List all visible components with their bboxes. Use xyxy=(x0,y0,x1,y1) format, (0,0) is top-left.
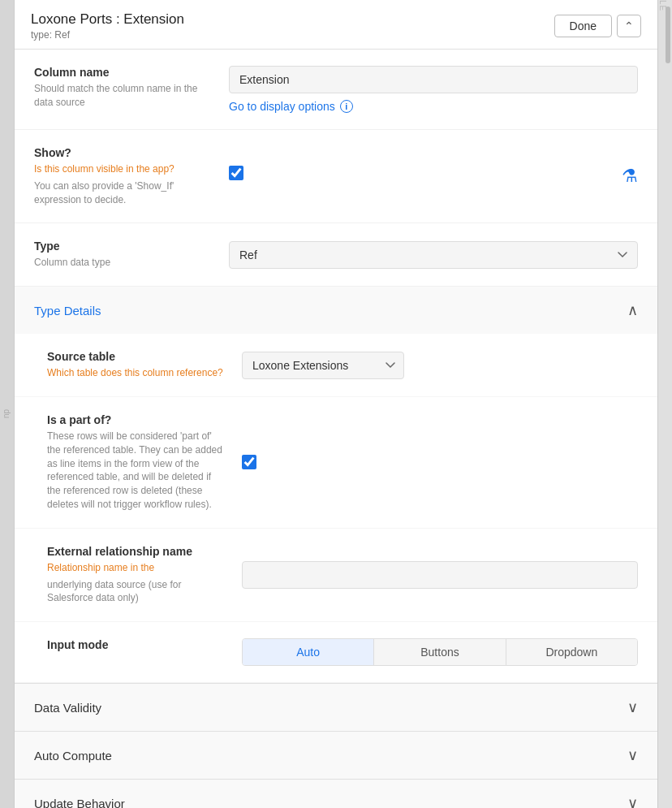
right-panel: LE xyxy=(657,0,672,808)
show-checkbox-container xyxy=(229,166,243,180)
show-desc-orange: Is this column visible in the app? xyxy=(34,162,213,176)
type-control: Ref Text Number Date Boolean xyxy=(229,240,638,270)
type-desc: Column data type xyxy=(34,256,213,270)
column-name-desc: Should match the column name in the data… xyxy=(34,82,213,110)
column-name-row: Column name Should match the column name… xyxy=(15,50,657,130)
column-name-control: Go to display options i xyxy=(229,66,638,113)
left-panel: du xyxy=(0,0,15,808)
show-label: Show? Is this column visible in the app?… xyxy=(34,146,213,206)
auto-compute-section: Auto Compute ∨ xyxy=(15,732,657,780)
info-icon[interactable]: i xyxy=(340,100,353,113)
is-part-of-desc: These rows will be considered 'part of' … xyxy=(47,430,226,512)
scrollbar-thumb[interactable] xyxy=(666,6,670,63)
is-part-of-row: Is a part of? These rows will be conside… xyxy=(15,397,657,529)
show-control: ⚗ xyxy=(229,146,638,206)
type-details-body: Source table Which table does this colum… xyxy=(15,334,657,683)
header-right: Done ⌃ xyxy=(554,15,641,37)
is-part-of-checkbox[interactable] xyxy=(242,455,256,469)
column-name-label: Column name Should match the column name… xyxy=(34,66,213,113)
ext-rel-name-control xyxy=(242,545,638,605)
header-left: Loxone Ports : Extension type: Ref xyxy=(31,11,184,41)
go-to-display-link[interactable]: Go to display options xyxy=(229,100,335,113)
expand-button[interactable]: ⌃ xyxy=(617,15,641,37)
show-title: Show? xyxy=(34,146,213,159)
input-mode-buttons[interactable]: Buttons xyxy=(374,639,506,665)
data-validity-title: Data Validity xyxy=(34,701,101,715)
ext-rel-name-row: External relationship name Relationship … xyxy=(15,529,657,622)
input-mode-auto[interactable]: Auto xyxy=(243,639,374,665)
show-checkbox[interactable] xyxy=(229,166,243,180)
modal-header: Loxone Ports : Extension type: Ref Done … xyxy=(15,0,657,50)
ext-rel-name-desc2: underlying data source (use for Salesfor… xyxy=(47,578,226,606)
type-details-title: Type Details xyxy=(34,304,101,318)
flask-icon: ⚗ xyxy=(622,166,638,187)
auto-compute-collapse-icon: ∨ xyxy=(627,746,638,764)
update-behavior-collapse-icon: ∨ xyxy=(627,794,638,808)
is-part-of-control xyxy=(242,413,638,512)
modal-subtitle: type: Ref xyxy=(31,29,184,41)
show-desc: You can also provide a 'Show_If' express… xyxy=(34,179,213,207)
data-validity-collapse-icon: ∨ xyxy=(627,698,638,716)
update-behavior-header[interactable]: Update Behavior ∨ xyxy=(15,780,657,808)
data-validity-section: Data Validity ∨ xyxy=(15,684,657,732)
go-to-display-link-row: Go to display options i xyxy=(229,100,638,113)
column-name-input[interactable] xyxy=(229,66,638,93)
update-behavior-title: Update Behavior xyxy=(34,797,125,808)
done-button[interactable]: Done xyxy=(554,15,612,37)
input-mode-group: Auto Buttons Dropdown xyxy=(242,638,638,666)
input-mode-dropdown[interactable]: Dropdown xyxy=(506,639,637,665)
is-part-of-title: Is a part of? xyxy=(47,413,226,426)
show-checkbox-row: ⚗ xyxy=(229,166,638,187)
input-mode-control: Auto Buttons Dropdown xyxy=(242,638,638,666)
type-details-section: Type Details ∧ Source table Which table … xyxy=(15,287,657,684)
type-select[interactable]: Ref Text Number Date Boolean xyxy=(229,241,638,269)
source-table-title: Source table xyxy=(47,350,226,363)
column-name-title: Column name xyxy=(34,66,213,79)
input-mode-title: Input mode xyxy=(47,638,226,651)
modal-title: Loxone Ports : Extension xyxy=(31,11,184,28)
ext-rel-name-label: External relationship name Relationship … xyxy=(47,545,226,605)
input-mode-row: Input mode Auto Buttons Dropdown xyxy=(15,622,657,683)
auto-compute-header[interactable]: Auto Compute ∨ xyxy=(15,732,657,779)
source-table-label: Source table Which table does this colum… xyxy=(47,350,226,380)
ext-rel-name-desc-orange: Relationship name in the xyxy=(47,561,226,575)
type-title: Type xyxy=(34,240,213,253)
left-label: du xyxy=(2,409,11,418)
source-table-row: Source table Which table does this colum… xyxy=(15,334,657,397)
type-details-header[interactable]: Type Details ∧ xyxy=(15,287,657,334)
type-details-collapse-icon: ∧ xyxy=(627,301,638,319)
modal-body: Column name Should match the column name… xyxy=(15,50,657,808)
type-label: Type Column data type xyxy=(34,240,213,270)
auto-compute-title: Auto Compute xyxy=(34,749,112,763)
input-mode-label: Input mode xyxy=(47,638,226,666)
ext-rel-name-title: External relationship name xyxy=(47,545,226,558)
source-table-control: Loxone Extensions xyxy=(242,350,638,380)
source-table-select[interactable]: Loxone Extensions xyxy=(242,352,404,379)
is-part-of-label: Is a part of? These rows will be conside… xyxy=(47,413,226,512)
type-row: Type Column data type Ref Text Number Da… xyxy=(15,223,657,287)
data-validity-header[interactable]: Data Validity ∨ xyxy=(15,684,657,731)
show-row: Show? Is this column visible in the app?… xyxy=(15,130,657,223)
ext-rel-name-input[interactable] xyxy=(242,561,638,589)
update-behavior-section: Update Behavior ∨ xyxy=(15,780,657,808)
source-table-desc: Which table does this column reference? xyxy=(47,366,226,380)
